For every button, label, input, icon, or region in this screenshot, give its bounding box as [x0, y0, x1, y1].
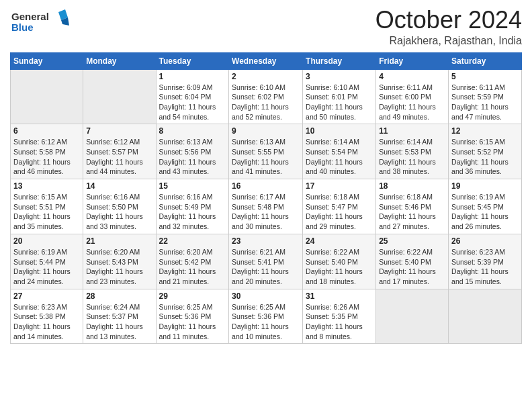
calendar-cell: 21Sunrise: 6:20 AM Sunset: 5:43 PM Dayli… — [83, 234, 156, 289]
day-number: 22 — [159, 236, 226, 246]
calendar-cell: 29Sunrise: 6:25 AM Sunset: 5:36 PM Dayli… — [156, 289, 229, 344]
day-info: Sunrise: 6:09 AM Sunset: 6:04 PM Dayligh… — [159, 83, 226, 122]
day-number: 8 — [159, 126, 226, 136]
day-info: Sunrise: 6:23 AM Sunset: 5:39 PM Dayligh… — [451, 247, 519, 287]
calendar-cell: 17Sunrise: 6:18 AM Sunset: 5:47 PM Dayli… — [303, 179, 376, 234]
day-number: 13 — [13, 181, 80, 191]
day-number: 17 — [306, 181, 373, 191]
day-number: 25 — [379, 236, 445, 246]
day-info: Sunrise: 6:15 AM Sunset: 5:51 PM Dayligh… — [13, 192, 80, 232]
calendar-cell — [449, 289, 522, 344]
day-info: Sunrise: 6:12 AM Sunset: 5:58 PM Dayligh… — [13, 137, 80, 177]
day-info: Sunrise: 6:14 AM Sunset: 5:53 PM Dayligh… — [379, 137, 445, 177]
day-info: Sunrise: 6:13 AM Sunset: 5:55 PM Dayligh… — [232, 137, 300, 177]
calendar-cell: 6Sunrise: 6:12 AM Sunset: 5:58 PM Daylig… — [11, 124, 83, 179]
calendar-cell — [11, 69, 83, 124]
day-number: 27 — [13, 291, 80, 301]
calendar-cell: 7Sunrise: 6:12 AM Sunset: 5:57 PM Daylig… — [83, 124, 156, 179]
day-info: Sunrise: 6:12 AM Sunset: 5:57 PM Dayligh… — [86, 137, 152, 177]
col-thursday: Thursday — [303, 52, 376, 69]
calendar-cell: 15Sunrise: 6:16 AM Sunset: 5:49 PM Dayli… — [156, 179, 229, 234]
subtitle: Rajakhera, Rajasthan, India — [375, 35, 522, 47]
calendar-week-2: 6Sunrise: 6:12 AM Sunset: 5:58 PM Daylig… — [11, 124, 522, 179]
calendar-cell: 14Sunrise: 6:16 AM Sunset: 5:50 PM Dayli… — [83, 179, 156, 234]
svg-text:Blue: Blue — [11, 21, 34, 33]
day-info: Sunrise: 6:18 AM Sunset: 5:47 PM Dayligh… — [306, 192, 373, 232]
calendar-week-3: 13Sunrise: 6:15 AM Sunset: 5:51 PM Dayli… — [11, 179, 522, 234]
day-number: 30 — [232, 291, 300, 301]
day-number: 3 — [306, 72, 373, 81]
calendar-cell — [376, 289, 449, 344]
calendar-cell: 8Sunrise: 6:13 AM Sunset: 5:56 PM Daylig… — [156, 124, 229, 179]
day-info: Sunrise: 6:19 AM Sunset: 5:44 PM Dayligh… — [13, 247, 80, 287]
calendar-table: Sunday Monday Tuesday Wednesday Thursday… — [10, 52, 522, 345]
header: General Blue October 2024 Rajakhera, Raj… — [10, 7, 522, 47]
calendar-cell: 22Sunrise: 6:20 AM Sunset: 5:42 PM Dayli… — [156, 234, 229, 289]
calendar-cell: 30Sunrise: 6:25 AM Sunset: 5:36 PM Dayli… — [229, 289, 303, 344]
day-info: Sunrise: 6:24 AM Sunset: 5:37 PM Dayligh… — [86, 302, 152, 342]
col-saturday: Saturday — [449, 52, 522, 69]
page: General Blue October 2024 Rajakhera, Raj… — [0, 0, 532, 411]
day-info: Sunrise: 6:10 AM Sunset: 6:01 PM Dayligh… — [306, 83, 373, 122]
col-friday: Friday — [376, 52, 449, 69]
day-number: 16 — [232, 181, 300, 191]
col-monday: Monday — [83, 52, 156, 69]
day-number: 10 — [306, 126, 373, 136]
calendar-cell: 31Sunrise: 6:26 AM Sunset: 5:35 PM Dayli… — [303, 289, 376, 344]
day-number: 14 — [86, 181, 152, 191]
calendar-cell: 12Sunrise: 6:15 AM Sunset: 5:52 PM Dayli… — [449, 124, 522, 179]
calendar-week-4: 20Sunrise: 6:19 AM Sunset: 5:44 PM Dayli… — [11, 234, 522, 289]
day-info: Sunrise: 6:22 AM Sunset: 5:40 PM Dayligh… — [379, 247, 445, 287]
calendar-cell: 24Sunrise: 6:22 AM Sunset: 5:40 PM Dayli… — [303, 234, 376, 289]
calendar-cell: 18Sunrise: 6:18 AM Sunset: 5:46 PM Dayli… — [376, 179, 449, 234]
day-number: 18 — [379, 181, 445, 191]
calendar-cell: 4Sunrise: 6:11 AM Sunset: 6:00 PM Daylig… — [376, 69, 449, 124]
day-number: 7 — [86, 126, 152, 136]
day-number: 4 — [379, 72, 445, 81]
day-number: 15 — [159, 181, 226, 191]
day-info: Sunrise: 6:16 AM Sunset: 5:50 PM Dayligh… — [86, 192, 152, 232]
day-number: 23 — [232, 236, 300, 246]
day-number: 9 — [232, 126, 300, 136]
day-number: 6 — [13, 126, 80, 136]
day-number: 31 — [306, 291, 373, 301]
calendar-cell: 28Sunrise: 6:24 AM Sunset: 5:37 PM Dayli… — [83, 289, 156, 344]
calendar-cell: 27Sunrise: 6:23 AM Sunset: 5:38 PM Dayli… — [11, 289, 83, 344]
calendar-week-5: 27Sunrise: 6:23 AM Sunset: 5:38 PM Dayli… — [11, 289, 522, 344]
day-number: 26 — [451, 236, 519, 246]
calendar-cell: 16Sunrise: 6:17 AM Sunset: 5:48 PM Dayli… — [229, 179, 303, 234]
calendar-week-1: 1Sunrise: 6:09 AM Sunset: 6:04 PM Daylig… — [11, 69, 522, 124]
day-number: 5 — [451, 72, 519, 81]
day-info: Sunrise: 6:11 AM Sunset: 6:00 PM Dayligh… — [379, 83, 445, 122]
calendar-cell: 13Sunrise: 6:15 AM Sunset: 5:51 PM Dayli… — [11, 179, 83, 234]
calendar-cell: 11Sunrise: 6:14 AM Sunset: 5:53 PM Dayli… — [376, 124, 449, 179]
day-number: 21 — [86, 236, 152, 246]
day-number: 19 — [451, 181, 519, 191]
calendar-cell: 10Sunrise: 6:14 AM Sunset: 5:54 PM Dayli… — [303, 124, 376, 179]
calendar-cell: 5Sunrise: 6:11 AM Sunset: 5:59 PM Daylig… — [449, 69, 522, 124]
day-number: 28 — [86, 291, 152, 301]
day-info: Sunrise: 6:20 AM Sunset: 5:42 PM Dayligh… — [159, 247, 226, 287]
logo: General Blue — [10, 7, 71, 38]
day-number: 2 — [232, 72, 300, 81]
day-info: Sunrise: 6:10 AM Sunset: 6:02 PM Dayligh… — [232, 83, 300, 122]
col-sunday: Sunday — [11, 52, 83, 69]
title-block: October 2024 Rajakhera, Rajasthan, India — [375, 7, 522, 47]
day-number: 1 — [159, 72, 226, 81]
calendar-header-row: Sunday Monday Tuesday Wednesday Thursday… — [11, 52, 522, 69]
logo-icon: General Blue — [10, 7, 71, 35]
day-info: Sunrise: 6:13 AM Sunset: 5:56 PM Dayligh… — [159, 137, 226, 177]
day-number: 29 — [159, 291, 226, 301]
calendar-cell: 2Sunrise: 6:10 AM Sunset: 6:02 PM Daylig… — [229, 69, 303, 124]
col-tuesday: Tuesday — [156, 52, 229, 69]
day-info: Sunrise: 6:23 AM Sunset: 5:38 PM Dayligh… — [13, 302, 80, 342]
calendar-cell: 9Sunrise: 6:13 AM Sunset: 5:55 PM Daylig… — [229, 124, 303, 179]
day-info: Sunrise: 6:14 AM Sunset: 5:54 PM Dayligh… — [306, 137, 373, 177]
day-info: Sunrise: 6:21 AM Sunset: 5:41 PM Dayligh… — [232, 247, 300, 287]
day-info: Sunrise: 6:15 AM Sunset: 5:52 PM Dayligh… — [451, 137, 519, 177]
day-info: Sunrise: 6:19 AM Sunset: 5:45 PM Dayligh… — [451, 192, 519, 232]
calendar-cell: 26Sunrise: 6:23 AM Sunset: 5:39 PM Dayli… — [449, 234, 522, 289]
col-wednesday: Wednesday — [229, 52, 303, 69]
calendar-body: 1Sunrise: 6:09 AM Sunset: 6:04 PM Daylig… — [11, 69, 522, 344]
day-number: 11 — [379, 126, 445, 136]
